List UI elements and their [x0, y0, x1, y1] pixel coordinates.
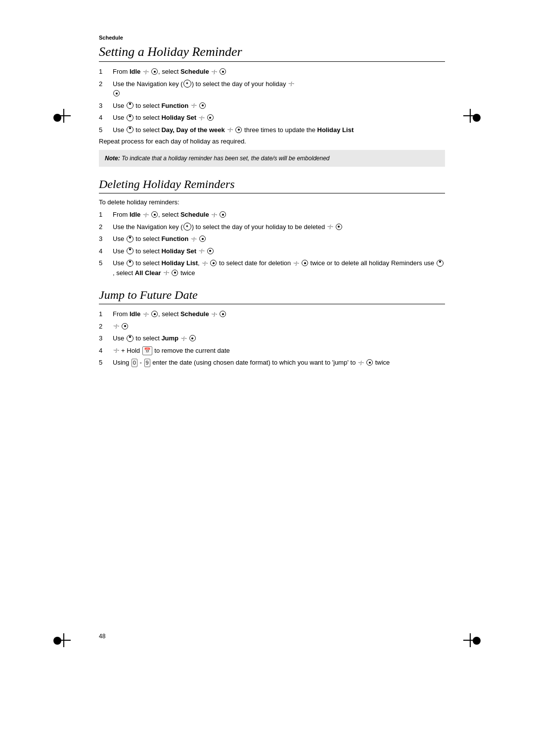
scroll-icon-2-3: ~∫~	[191, 236, 196, 243]
scroll-icon-2-4: ~∫~	[199, 248, 204, 255]
scroll-icon-3-1a: ~∫~	[143, 311, 148, 318]
step-3-3: 3 Use to select Jump ~∫~	[99, 333, 445, 343]
knob-icon-2-3	[127, 236, 134, 242]
ok-button-icon3	[113, 90, 120, 96]
ok-icon-2-3	[199, 236, 206, 242]
knob-icon2	[127, 114, 134, 121]
scroll-icon-3-2: ~∫~	[113, 323, 119, 330]
step-1-2: 2 Use the Navigation key () to select th…	[99, 79, 445, 98]
ok-icon-3-1a	[151, 311, 158, 317]
step-3-2: 2 ~∫~	[99, 322, 445, 331]
scroll-icon6: ~∫~	[227, 127, 232, 134]
nav-key-2-2	[183, 223, 191, 231]
section1-title: Setting a Holiday Reminder	[99, 45, 445, 62]
step-1-3: 3 Use to select Function ~∫~	[99, 101, 445, 111]
step-2-2: 2 Use the Navigation key () to select th…	[99, 222, 445, 232]
ok-button-icon6	[235, 127, 242, 133]
numpad-icon-3-4: 📅	[142, 346, 152, 355]
page-number: 48	[99, 633, 105, 640]
knob-icon-2-5	[127, 260, 134, 267]
nav-key-icon	[183, 80, 191, 88]
step-1-4: 4 Use to select Holiday Set ~∫~	[99, 113, 445, 123]
step-2-5: 5 Use to select Holiday List, ~∫~ to sel…	[99, 258, 445, 278]
step-2-3: 3 Use to select Function ~∫~	[99, 234, 445, 244]
section2-steps: 1 From Idle ~∫~ , select Schedule ~∫~ 2 …	[99, 210, 445, 278]
section1-steps: 1 From Idle ~∫~ , select Schedule ~∫~ 2 …	[99, 67, 445, 135]
knob-icon-2-4	[127, 247, 134, 254]
ok-button-icon5	[207, 114, 214, 121]
ok-button-icon2	[220, 68, 226, 75]
ok-icon-2-5a	[210, 260, 217, 266]
scroll-icon-2-1a: ~∫~	[143, 212, 148, 219]
ok-icon-3-2	[122, 323, 128, 330]
scroll-icon-3-4a: ~∫~	[113, 347, 119, 354]
scroll-icon3: ~∫~	[288, 81, 294, 88]
section3-title: Jump to Future Date	[99, 288, 445, 304]
scroll-icon-3-5: ~∫~	[358, 360, 363, 367]
section-label: Schedule	[99, 35, 445, 41]
note-box: Note: To indicate that a holiday reminde…	[99, 150, 445, 167]
step-2-1: 1 From Idle ~∫~ , select Schedule ~∫~	[99, 210, 445, 220]
step-3-1: 1 From Idle ~∫~ , select Schedule ~∫~	[99, 309, 445, 319]
section2-intro: To delete holiday reminders:	[99, 198, 445, 206]
ok-icon-3-5	[366, 359, 373, 366]
knob-icon3	[127, 126, 134, 133]
step-1-1: 1 From Idle ~∫~ , select Schedule ~∫~	[99, 67, 445, 77]
knob-icon-2-5b	[437, 260, 444, 267]
step-3-4: 4 ~∫~ + Hold 📅 to remove the current dat…	[99, 346, 445, 356]
ok-icon-2-2	[336, 224, 342, 230]
repeat-text: Repeat process for each day of holiday a…	[99, 138, 445, 145]
scroll-icon-2-2: ~∫~	[327, 224, 333, 231]
section2-title: Deleting Holiday Reminders	[99, 178, 445, 193]
ok-icon-2-4	[207, 248, 214, 254]
knob-icon1	[127, 102, 134, 109]
section3-steps: 1 From Idle ~∫~ , select Schedule ~∫~ 2 …	[99, 309, 445, 368]
step-3-5: 5 Using 0 - 9 enter the date (using chos…	[99, 358, 445, 368]
ok-icon-2-1b	[220, 211, 226, 218]
scroll-icon-3-3: ~∫~	[181, 335, 186, 342]
ok-icon-2-5b	[302, 260, 308, 266]
scroll-icon-2-5c: ~∫~	[163, 270, 169, 277]
ok-icon-2-5c	[172, 270, 178, 276]
ok-button-icon4	[199, 102, 206, 109]
scroll-icon-2-1b: ~∫~	[211, 212, 217, 219]
numpad-icon-3-5a: 0	[132, 359, 137, 367]
scroll-icon-2-5a: ~∫~	[202, 260, 207, 267]
ok-icon-3-1b	[220, 311, 226, 317]
scroll-icon5: ~∫~	[199, 115, 204, 122]
ok-icon-2-1a	[151, 211, 158, 218]
ok-icon-3-3	[189, 335, 196, 341]
scroll-icon-2-5b: ~∫~	[293, 260, 299, 267]
step-2-4: 4 Use to select Holiday Set ~∫~	[99, 246, 445, 256]
scroll-icon-3-1b: ~∫~	[211, 311, 217, 318]
scroll-icon2: ~∫~	[211, 69, 217, 76]
page: Schedule Setting a Holiday Reminder 1 Fr…	[0, 0, 534, 756]
step-1-5: 5 Use to select Day, Day of the week ~∫~…	[99, 125, 445, 135]
knob-icon-3-3	[127, 335, 134, 342]
scroll-icon: ~∫~	[143, 69, 148, 76]
ok-button-icon	[151, 68, 158, 75]
scroll-icon4: ~∫~	[191, 102, 196, 109]
numpad-icon-3-5b: 9	[144, 359, 150, 367]
